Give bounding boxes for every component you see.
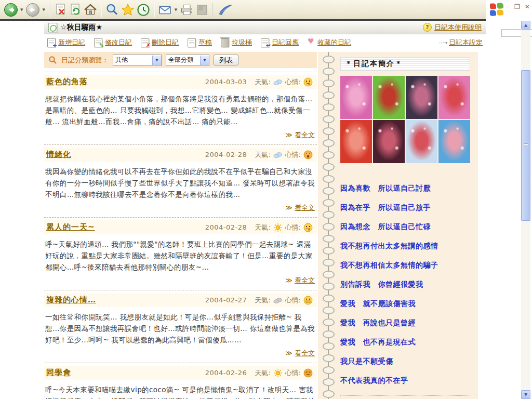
spiral-ring-icon — [323, 283, 335, 290]
help-link[interactable]: ? 日記本使用說明 — [423, 23, 482, 32]
sidebar-quote-link[interactable]: 愛我 再說也只是曾經 — [340, 318, 470, 328]
edit-button[interactable] — [195, 3, 209, 17]
history-clock-icon — [136, 3, 151, 17]
read-full-link[interactable]: 看全文 — [295, 276, 315, 284]
category-select-2[interactable]: 全部分類 ▼ — [166, 55, 209, 66]
sidebar-quote-link[interactable]: 我只是不願受傷 — [340, 357, 470, 366]
photo-tile — [406, 120, 437, 163]
back-button[interactable] — [3, 2, 19, 18]
spiral-ring-icon — [323, 235, 335, 243]
sidebar-quote-link[interactable]: 不代表我真的不在乎 — [340, 376, 470, 385]
forward-dropdown-caret[interactable]: ▼ — [42, 8, 45, 12]
weather-label: 天氣: — [255, 296, 270, 305]
sidebar-quote-link[interactable]: 我不想再相信太多無情的騙子 — [340, 261, 470, 270]
entry-title-link[interactable]: 藍色的角落 — [46, 77, 88, 87]
photo-tile — [340, 120, 372, 163]
diary-entry: 累人的一天~ 2004-02-28 天氣: 心情: 呼~天氣好的過頭… 我們那"… — [44, 217, 317, 285]
scroll-down-button[interactable]: ▼ — [521, 390, 530, 399]
list-button[interactable]: 列表 — [214, 55, 238, 65]
scroll-up-button[interactable]: ▲ — [521, 21, 530, 30]
refresh-icon — [69, 3, 82, 17]
entry-header: 累人的一天~ 2004-02-28 天氣: 心情: — [44, 220, 317, 234]
sidebar-quote-link[interactable]: 別告訴我 你曾經很愛我 — [340, 280, 470, 289]
menu-item[interactable]: 垃圾桶 — [221, 38, 252, 47]
photo-tile — [373, 120, 405, 163]
page-margin — [478, 52, 521, 399]
spiral-ring-icon — [323, 271, 335, 278]
sidebar-quote-link[interactable]: 因為想念 所以逼自己忙碌 — [340, 222, 470, 232]
close-button[interactable]: ✕ — [525, 3, 530, 10]
history-button[interactable] — [136, 2, 151, 18]
print-button[interactable] — [179, 2, 195, 18]
menu-item[interactable]: 刪除日記 — [141, 38, 179, 47]
diary-entry: 複雜的心情… 2004-02-27 天氣: 心情: 一如往常和你開玩笑… 我想朋… — [44, 290, 317, 358]
entry-title-link[interactable]: 情緒化 — [46, 150, 71, 159]
vertical-scrollbar[interactable]: ▲ ▼ — [521, 21, 530, 399]
mail-button[interactable] — [157, 3, 173, 17]
entry-body: 呼~天氣好的過頭… 我們那""親愛"的老師！要班上比賽的同學們一起去踢球~ 還滿… — [45, 238, 316, 273]
home-button[interactable] — [83, 2, 98, 18]
sidebar-quote-link[interactable]: 愛我 也不再是現在式 — [340, 338, 470, 347]
menu-item[interactable]: 新增日記 — [47, 38, 85, 47]
mood-label: 心情: — [285, 150, 301, 159]
spiral-ring-icon — [323, 127, 335, 135]
diary-entry: 情緒化 2004-02-28 天氣: 心情: 我因為你變的情緒化我可以不再去在乎… — [44, 144, 317, 212]
forward-button[interactable] — [25, 2, 41, 18]
diary-title: ☆秋日驟雨★ — [48, 23, 102, 32]
filter-label: 日記分類瀏覽： — [61, 56, 109, 65]
menu-item[interactable]: 修改日記 — [94, 38, 132, 47]
favorites-button[interactable] — [120, 2, 136, 18]
read-full-link[interactable]: 看全文 — [295, 349, 315, 357]
sidebar-quote-link[interactable]: 因為在乎 所以逼自己放手 — [340, 203, 470, 212]
weather-sun-icon — [273, 223, 283, 232]
toolbar-separator — [101, 3, 102, 17]
toolbar-separator — [212, 3, 213, 17]
chevron-down-icon: ▼ — [200, 56, 209, 65]
sidebar-quote-link[interactable]: 因為喜歡 所以逼自己討厭 — [340, 184, 470, 193]
weather-label: 天氣: — [255, 77, 270, 87]
spiral-ring-icon — [323, 318, 335, 326]
entry-title-link[interactable]: 同學會 — [46, 368, 71, 378]
entry-title-link[interactable]: 複雜的心情… — [46, 295, 96, 305]
help-link-text[interactable]: 日記本使用說明 — [434, 23, 482, 32]
entry-header: 藍色的角落 2004-03-03 天氣: 心情: — [44, 75, 317, 89]
mood-label: 心情: — [285, 368, 301, 378]
menu-item[interactable]: 草稿 — [188, 38, 212, 47]
chevron-right-icon: ≫ — [285, 131, 292, 139]
entry-date: 2004-03-03 — [205, 78, 247, 86]
sidebar-quote-link[interactable]: 我不想再付出太多無謂的感情 — [340, 242, 470, 251]
refresh-button[interactable] — [68, 2, 83, 18]
read-full-link[interactable]: 看全文 — [295, 204, 315, 211]
scroll-thumb[interactable] — [521, 70, 530, 221]
printer-icon — [180, 3, 194, 17]
spiral-ring-icon — [323, 295, 335, 302]
browser-toolbar: ▼ ▼ ▼ — [0, 0, 486, 19]
mood-label: 心情: — [285, 77, 301, 87]
spiral-ring-icon — [323, 139, 335, 147]
mail-dropdown-caret[interactable]: ▼ — [175, 8, 177, 12]
menu-item[interactable]: 收藏的日記 — [308, 38, 351, 47]
read-full-link[interactable]: 看全文 — [295, 131, 315, 139]
weather-label: 天氣: — [255, 150, 270, 159]
back-dropdown-caret[interactable]: ▼ — [20, 8, 23, 12]
diary-settings-text[interactable]: 日記本設定 — [449, 38, 483, 47]
category-select-1[interactable]: 其他 ▼ — [113, 55, 162, 66]
messenger-button[interactable] — [216, 2, 234, 18]
sidebar-quote-link[interactable]: 愛我 就不應該傷害我 — [340, 299, 470, 309]
restore-button[interactable]: ❐ — [514, 3, 520, 10]
home-icon — [83, 3, 98, 17]
mood-squint-icon — [303, 368, 313, 378]
question-icon: ? — [423, 23, 432, 32]
entry-date: 2004-02-27 — [205, 296, 247, 304]
diary-settings-link[interactable]: ··→ 日記本設定 — [439, 38, 483, 47]
mail-icon — [158, 3, 172, 17]
search-button[interactable] — [104, 2, 120, 18]
mood-tongue-icon — [303, 223, 313, 232]
entry-header: 複雜的心情… 2004-02-27 天氣: 心情: — [44, 293, 317, 307]
entry-title-link[interactable]: 累人的一天~ — [46, 222, 95, 232]
stop-button[interactable] — [54, 2, 68, 18]
spiral-ring-icon — [323, 354, 335, 362]
minimize-button[interactable]: – — [507, 3, 510, 10]
filter-bar: 日記分類瀏覽： 其他 ▼ 全部分類 ▼ 列表 — [44, 52, 317, 68]
menu-item[interactable]: 日記回應 — [261, 38, 299, 47]
